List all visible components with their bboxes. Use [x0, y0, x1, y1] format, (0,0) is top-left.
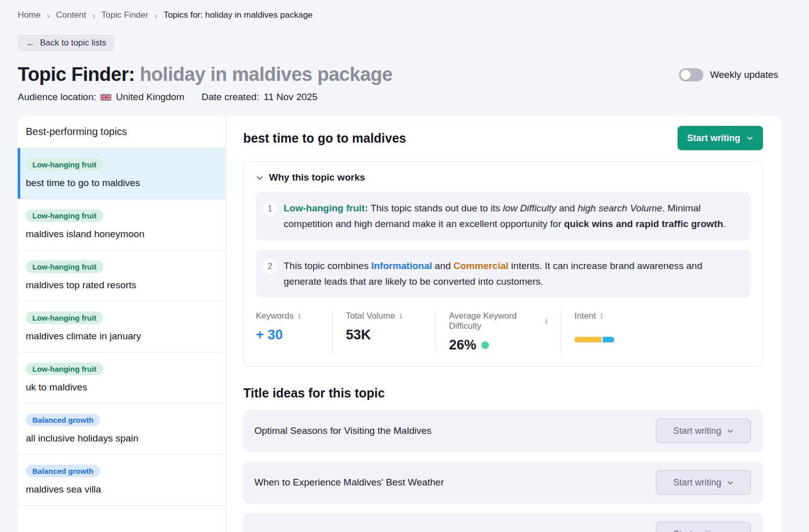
point-text-part: and: [556, 203, 577, 213]
informational-intent-label: Informational: [371, 260, 432, 271]
sidebar-topic-item[interactable]: Low-hanging fruit maldives island honeym…: [18, 199, 226, 250]
chevron-down-icon: [727, 479, 734, 486]
breadcrumb-home[interactable]: Home: [18, 10, 40, 20]
start-writing-secondary-button[interactable]: Start writing: [656, 522, 751, 532]
meta-row: Audience location: United Kingdom Date c…: [18, 92, 809, 103]
breadcrumb-current: Topics for: holiday in maldives package: [164, 10, 313, 20]
info-icon[interactable]: i: [545, 317, 548, 326]
topic-type-badge: Low-hanging fruit: [26, 209, 103, 222]
page-title: Topic Finder: holiday in maldives packag…: [18, 64, 392, 85]
metric-keyword-difficulty: Average Keyword Difficultyi 26%: [449, 311, 561, 353]
topic-header: best time to go to maldives Start writin…: [243, 126, 763, 150]
intent-segment-informational: [603, 337, 614, 342]
metric-keywords: Keywordsi + 30: [256, 311, 333, 353]
uk-flag-icon: [101, 94, 111, 101]
topic-label: maldives sea villa: [26, 484, 217, 495]
point-number: 1: [263, 202, 277, 216]
keywords-value: + 30: [256, 327, 319, 343]
total-volume-label: Total Volume: [346, 311, 395, 321]
chevron-right-icon: ›: [154, 11, 157, 20]
topic-finder-panel: Best-performing topics Low-hanging fruit…: [18, 116, 781, 532]
topic-finder-page: Home › Content › Topic Finder › Topics f…: [0, 0, 809, 532]
start-writing-label: Start writing: [673, 477, 721, 488]
sidebar-topic-item[interactable]: Low-hanging fruit maldives top rated res…: [18, 250, 226, 301]
weekly-updates-toggle[interactable]: [679, 68, 703, 81]
point-number: 2: [263, 259, 277, 274]
commercial-intent-label: Commercial: [454, 260, 509, 271]
intent-bar: [574, 337, 614, 342]
chevron-down-icon: [256, 174, 263, 182]
point-text-italic: high search Volume: [577, 203, 662, 213]
breadcrumb-topic-finder[interactable]: Topic Finder: [102, 10, 149, 20]
back-button-label: Back to topic lists: [40, 38, 106, 48]
start-writing-secondary-button[interactable]: Start writing: [656, 419, 751, 443]
audience-location-label: Audience location:: [18, 92, 96, 103]
point-text-part: and: [432, 260, 454, 271]
topic-label: uk to maldives: [26, 382, 217, 393]
topic-title: best time to go to maldives: [243, 131, 406, 146]
sidebar-topic-item[interactable]: Low-hanging fruit maldives climate in ja…: [18, 301, 226, 352]
low-hanging-fruit-lead: Low-hanging fruit:: [284, 203, 368, 213]
metric-total-volume: Total Volumei 53K: [346, 311, 436, 353]
date-created-value: 11 Nov 2025: [264, 92, 318, 103]
topic-type-badge: Low-hanging fruit: [26, 158, 103, 171]
sidebar-topic-item[interactable]: Balanced growth maldives sea villa: [18, 455, 226, 506]
metric-intent: Intenti: [574, 311, 627, 353]
difficulty-status-dot: [481, 341, 489, 349]
info-icon[interactable]: i: [399, 312, 402, 321]
toggle-knob: [681, 70, 691, 80]
audience-location-value: United Kingdom: [116, 92, 184, 103]
start-writing-secondary-button[interactable]: Start writing: [656, 470, 751, 495]
point-text-bold: quick wins and rapid traffic growth: [564, 218, 724, 229]
topic-metrics: Keywordsi + 30 Total Volumei 53K Average…: [256, 311, 750, 353]
back-to-topic-lists-button[interactable]: ← Back to topic lists: [18, 34, 114, 52]
title-ideas-heading: Title ideas for this topic: [243, 386, 763, 401]
point-text: This topic combines Informational and Co…: [284, 258, 739, 290]
why-point-2: 2 This topic combines Informational and …: [256, 249, 750, 298]
topic-type-badge: Low-hanging fruit: [26, 312, 103, 324]
title-row: Topic Finder: holiday in maldives packag…: [18, 64, 809, 85]
breadcrumb-content[interactable]: Content: [56, 10, 86, 20]
date-created-label: Date created:: [201, 92, 259, 103]
topic-label: maldives island honeymoon: [26, 229, 217, 240]
why-topic-works-title: Why this topic works: [269, 172, 365, 183]
weekly-updates-label: Weekly updates: [710, 69, 778, 80]
sidebar-topic-item[interactable]: Balanced growth all inclusive holidays s…: [18, 404, 226, 455]
topic-type-badge: Low-hanging fruit: [26, 260, 103, 273]
topic-label: maldives top rated resorts: [26, 280, 217, 291]
why-point-1: 1 Low-hanging fruit: This topic stands o…: [256, 192, 750, 241]
info-icon[interactable]: i: [298, 312, 301, 321]
total-volume-value: 53K: [346, 327, 422, 343]
topic-label: all inclusive holidays spain: [26, 433, 217, 444]
topic-type-badge: Balanced growth: [26, 414, 100, 426]
why-topic-works-header[interactable]: Why this topic works: [256, 172, 750, 183]
page-title-query: holiday in maldives package: [140, 64, 392, 85]
point-text-italic: low Difficulty: [503, 203, 557, 213]
topic-label: maldives climate in january: [26, 331, 217, 342]
sidebar-topic-item[interactable]: Low-hanging fruit uk to maldives: [18, 352, 226, 404]
keyword-difficulty-value: 26%: [449, 337, 476, 353]
title-idea-card: Optimal Seasons for Visiting the Maldive…: [243, 410, 763, 452]
chevron-down-icon: [727, 428, 734, 434]
chevron-right-icon: ›: [47, 11, 50, 20]
why-topic-works-card: Why this topic works 1 Low-hanging fruit…: [243, 161, 763, 367]
start-writing-label: Start writing: [673, 529, 721, 532]
title-idea-card: When to Experience Maldives' Best Weathe…: [243, 461, 763, 504]
point-text: Low-hanging fruit: This topic stands out…: [284, 200, 739, 232]
title-idea-card: Start writing: [243, 513, 763, 532]
title-idea-text: Optimal Seasons for Visiting the Maldive…: [254, 425, 431, 436]
weekly-updates: Weekly updates: [679, 68, 778, 81]
page-title-prefix: Topic Finder:: [18, 64, 134, 85]
point-text-part: This topic stands out due to its: [368, 203, 503, 213]
keywords-label: Keywords: [256, 311, 294, 321]
sidebar-topic-item[interactable]: Low-hanging fruit best time to go to mal…: [18, 148, 226, 199]
start-writing-button[interactable]: Start writing: [678, 126, 763, 150]
keyword-difficulty-label: Average Keyword Difficulty: [449, 311, 541, 331]
topic-label: best time to go to maldives: [26, 178, 217, 189]
chevron-down-icon: [746, 135, 753, 142]
title-idea-text: When to Experience Maldives' Best Weathe…: [254, 477, 444, 488]
topic-type-badge: Low-hanging fruit: [26, 363, 103, 375]
breadcrumb: Home › Content › Topic Finder › Topics f…: [18, 10, 809, 20]
best-performing-topics-sidebar: Best-performing topics Low-hanging fruit…: [18, 116, 226, 532]
info-icon[interactable]: i: [601, 312, 603, 321]
